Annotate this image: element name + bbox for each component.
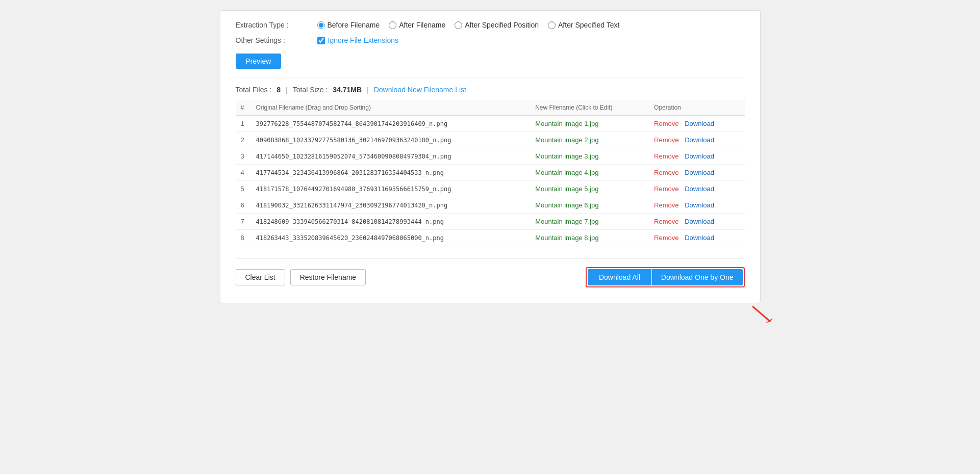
- ignore-extensions-input[interactable]: [317, 37, 325, 44]
- radio-after-text-input[interactable]: [548, 21, 556, 29]
- cell-num: 7: [236, 214, 251, 230]
- extraction-type-label: Extraction Type :: [236, 21, 317, 29]
- row-download-button[interactable]: Download: [685, 201, 714, 209]
- svg-line-0: [752, 306, 770, 322]
- cell-num: 5: [236, 181, 251, 197]
- cell-original: 418171578_10764492701694980_376931169556…: [251, 181, 531, 197]
- remove-button[interactable]: Remove: [654, 234, 679, 242]
- radio-after-position-input[interactable]: [455, 21, 462, 29]
- file-info-bar: Total Files : 8 | Total Size : 34.71MB |…: [236, 86, 745, 94]
- total-size-value: 34.71MB: [333, 86, 362, 94]
- cell-num: 4: [236, 165, 251, 181]
- cell-num: 2: [236, 132, 251, 148]
- col-header-original: Original Filename (Drag and Drop Sorting…: [251, 100, 531, 116]
- ignore-extensions-checkbox[interactable]: Ignore File Extensions: [317, 36, 399, 44]
- download-list-link[interactable]: Download New Filename List: [374, 86, 466, 94]
- radio-before-filename[interactable]: Before Filename: [317, 21, 380, 29]
- cell-newname[interactable]: Mountain image 3.jpg: [530, 148, 649, 165]
- cell-num: 3: [236, 148, 251, 165]
- total-files-value: 8: [277, 86, 281, 94]
- settings-section: Extraction Type : Before Filename After …: [236, 21, 745, 77]
- cell-original: 418248609_333940566270314_84208108142789…: [251, 214, 531, 230]
- row-download-button[interactable]: Download: [685, 120, 714, 127]
- main-card: Extraction Type : Before Filename After …: [220, 10, 761, 303]
- cell-newname[interactable]: Mountain image 4.jpg: [530, 165, 649, 181]
- bottom-bar: Clear List Restore Filename Download All…: [236, 258, 745, 287]
- cell-newname[interactable]: Mountain image 1.jpg: [530, 116, 649, 132]
- table-row: 3 417144650_10232816159052074_5734600908…: [236, 148, 745, 165]
- col-header-num: #: [236, 100, 251, 116]
- row-download-button[interactable]: Download: [685, 218, 714, 225]
- cell-original: 392776228_7554487074582744_8643901744203…: [251, 116, 531, 132]
- table-header-row: # Original Filename (Drag and Drop Sorti…: [236, 100, 745, 116]
- other-settings-label: Other Settings :: [236, 36, 317, 44]
- download-one-by-one-button[interactable]: Download One by One: [651, 269, 743, 285]
- table-row: 6 418190032_3321626331147974_23030921967…: [236, 197, 745, 214]
- cell-num: 1: [236, 116, 251, 132]
- table-row: 2 409083868_10233792775580136_3021469709…: [236, 132, 745, 148]
- remove-button[interactable]: Remove: [654, 120, 679, 127]
- table-row: 5 418171578_10764492701694980_3769311695…: [236, 181, 745, 197]
- table-row: 8 418263443_333520839645620_236024849706…: [236, 230, 745, 246]
- download-buttons-wrapper: Download All Download One by One: [586, 267, 745, 287]
- preview-button[interactable]: Preview: [236, 54, 282, 69]
- download-all-button[interactable]: Download All: [588, 269, 651, 285]
- radio-after-filename-label: After Filename: [399, 21, 445, 29]
- cell-original: 409083868_10233792775580136_302146970936…: [251, 132, 531, 148]
- row-download-button[interactable]: Download: [685, 152, 714, 160]
- remove-button[interactable]: Remove: [654, 218, 679, 225]
- radio-before-filename-input[interactable]: [317, 21, 325, 29]
- cell-operation: Remove Download: [649, 165, 744, 181]
- cell-operation: Remove Download: [649, 181, 744, 197]
- cell-newname[interactable]: Mountain image 2.jpg: [530, 132, 649, 148]
- row-download-button[interactable]: Download: [685, 234, 714, 242]
- row-download-button[interactable]: Download: [685, 169, 714, 176]
- extraction-type-radio-group: Before Filename After Filename After Spe…: [317, 21, 620, 29]
- remove-button[interactable]: Remove: [654, 185, 679, 193]
- cell-operation: Remove Download: [649, 230, 744, 246]
- col-header-operation: Operation: [649, 100, 744, 116]
- ignore-extensions-label: Ignore File Extensions: [328, 36, 399, 44]
- cell-operation: Remove Download: [649, 132, 744, 148]
- radio-after-filename[interactable]: After Filename: [389, 21, 445, 29]
- cell-operation: Remove Download: [649, 116, 744, 132]
- remove-button[interactable]: Remove: [654, 201, 679, 209]
- radio-after-filename-input[interactable]: [389, 21, 396, 29]
- total-files-label: Total Files :: [236, 86, 272, 94]
- cell-num: 6: [236, 197, 251, 214]
- radio-after-text[interactable]: After Specified Text: [548, 21, 619, 29]
- files-table: # Original Filename (Drag and Drop Sorti…: [236, 100, 745, 246]
- table-body: 1 392776228_7554487074582744_86439017442…: [236, 116, 745, 246]
- radio-after-text-label: After Specified Text: [558, 21, 619, 29]
- clear-list-button[interactable]: Clear List: [236, 269, 285, 285]
- cell-num: 8: [236, 230, 251, 246]
- table-row: 4 417744534_323436413996864_203128371635…: [236, 165, 745, 181]
- bottom-left: Clear List Restore Filename: [236, 269, 366, 285]
- separator-1: |: [286, 86, 288, 94]
- radio-before-filename-label: Before Filename: [328, 21, 380, 29]
- bottom-right: Download All Download One by One: [586, 267, 745, 287]
- cell-newname[interactable]: Mountain image 6.jpg: [530, 197, 649, 214]
- table-row: 7 418248609_333940566270314_842081081427…: [236, 214, 745, 230]
- cell-original: 417144650_10232816159052074_573460090808…: [251, 148, 531, 165]
- row-download-button[interactable]: Download: [685, 185, 714, 193]
- remove-button[interactable]: Remove: [654, 169, 679, 176]
- extraction-type-row: Extraction Type : Before Filename After …: [236, 21, 745, 29]
- cell-newname[interactable]: Mountain image 8.jpg: [530, 230, 649, 246]
- cell-original: 418263443_333520839645620_23602484970680…: [251, 230, 531, 246]
- radio-after-position-label: After Specified Position: [465, 21, 539, 29]
- cell-newname[interactable]: Mountain image 7.jpg: [530, 214, 649, 230]
- remove-button[interactable]: Remove: [654, 152, 679, 160]
- restore-filename-button[interactable]: Restore Filename: [290, 269, 366, 285]
- arrow-icon: [750, 304, 775, 324]
- other-settings-row: Other Settings : Ignore File Extensions: [236, 36, 745, 44]
- cell-newname[interactable]: Mountain image 5.jpg: [530, 181, 649, 197]
- cell-original: 417744534_323436413996864_20312837163544…: [251, 165, 531, 181]
- remove-button[interactable]: Remove: [654, 136, 679, 144]
- row-download-button[interactable]: Download: [685, 136, 714, 144]
- cell-original: 418190032_3321626331147974_2303092196774…: [251, 197, 531, 214]
- separator-2: |: [367, 86, 369, 94]
- radio-after-position[interactable]: After Specified Position: [455, 21, 539, 29]
- table-row: 1 392776228_7554487074582744_86439017442…: [236, 116, 745, 132]
- col-header-newname: New Filename (Click to Edit): [530, 100, 649, 116]
